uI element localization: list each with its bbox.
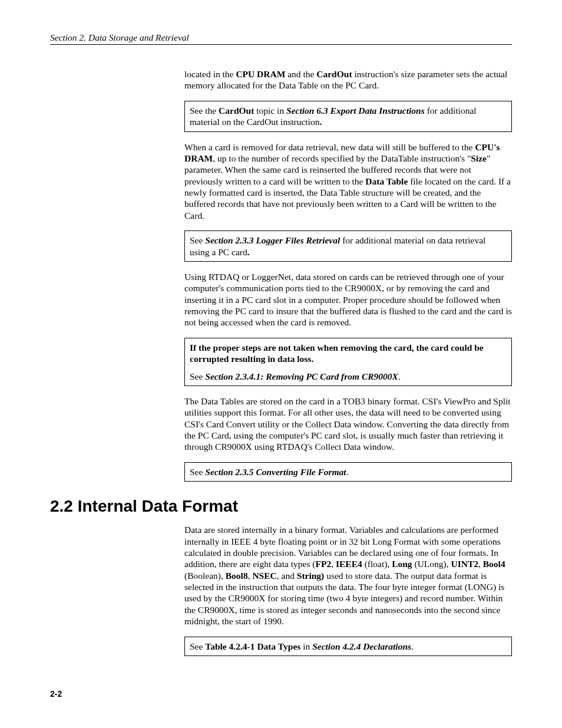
term-bool4: Bool4 [483, 559, 505, 569]
note-text: See Section 2.3.4.1: Removing PC Card fr… [190, 371, 507, 382]
text: . [398, 371, 401, 381]
warning-bold: If the proper steps are not taken when r… [190, 342, 484, 364]
paragraph-card-removed: When a card is removed for data retrieva… [184, 141, 512, 222]
running-header: Section 2. Data Storage and Retrieval [50, 32, 512, 45]
note-box-warning: If the proper steps are not taken when r… [184, 338, 512, 386]
note-text: See Section 2.3.5 Converting File Format… [190, 466, 507, 477]
term-ieee4: IEEE4 [336, 559, 362, 569]
note-text: See Table 4.2.4-1 Data Types in Section … [190, 641, 507, 652]
warning-text: If the proper steps are not taken when r… [190, 342, 507, 365]
text: . [346, 467, 349, 477]
term-fp2: FP2 [316, 559, 332, 569]
note-box-cardout: See the CardOut topic in Section 6.3 Exp… [184, 101, 512, 132]
text: (Boolean), [184, 571, 226, 581]
body-content: located in the CPU DRAM and the CardOut … [184, 68, 512, 482]
text: See [190, 235, 205, 245]
heading-2-2: 2.2 Internal Data Format [50, 497, 512, 516]
page: Section 2. Data Storage and Retrieval lo… [0, 0, 562, 728]
text: When a card is removed for data retrieva… [184, 142, 475, 152]
xref-section-4-2-4: Section 4.2.4 Declarations [312, 641, 411, 651]
paragraph-tob3: The Data Tables are stored on the card i… [184, 396, 512, 453]
term-uint2: UINT2 [451, 559, 478, 569]
note-box-converting: See Section 2.3.5 Converting File Format… [184, 462, 512, 482]
text: in [300, 641, 312, 651]
text: , up to the number of records specified … [213, 153, 471, 163]
text: . [411, 641, 414, 651]
text: See the [190, 106, 219, 116]
term-data-table: Data Table [365, 176, 408, 186]
text: See [190, 641, 205, 651]
text: See [190, 371, 205, 381]
text: (ULong), [412, 559, 451, 569]
note-text: See the CardOut topic in Section 6.3 Exp… [190, 105, 507, 128]
note-text: See Section 2.3.3 Logger Files Retrieval… [190, 235, 507, 258]
text: , [331, 559, 336, 569]
term-nsec: NSEC [252, 571, 276, 581]
text: , [478, 559, 483, 569]
term-size: Size [471, 153, 487, 163]
text: , and [277, 571, 297, 581]
period-bold: . [247, 247, 250, 257]
text: and the [285, 69, 316, 79]
term-cpu-dram: CPU DRAM [236, 69, 285, 79]
note-box-data-types: See Table 4.2.4-1 Data Types in Section … [184, 637, 512, 656]
note-box-logger-files: See Section 2.3.3 Logger Files Retrieval… [184, 230, 512, 262]
paragraph-rtdaq: Using RTDAQ or LoggerNet, data stored on… [184, 271, 512, 328]
paragraph-intro: located in the CPU DRAM and the CardOut … [184, 68, 512, 91]
xref-section-6-3: Section 6.3 Export Data Instructions [286, 106, 425, 116]
term-cardout: CardOut [219, 106, 254, 116]
body-content-2: Data are stored internally in a binary f… [184, 524, 512, 656]
xref-section-2-3-4-1: Section 2.3.4.1: Removing PC Card from C… [205, 371, 398, 381]
text: See [190, 467, 205, 477]
xref-section-2-3-5: Section 2.3.5 Converting File Format [205, 467, 346, 477]
page-number: 2-2 [50, 689, 62, 699]
term-string: String) [297, 571, 325, 581]
xref-section-2-3-3: Section 2.3.3 Logger Files Retrieval [205, 235, 340, 245]
text: topic in [254, 106, 286, 116]
paragraph-internal-format: Data are stored internally in a binary f… [184, 524, 512, 627]
term-cardout: CardOut [316, 69, 352, 79]
term-long: Long [392, 559, 412, 569]
text: (float), [362, 559, 392, 569]
term-bool8: Bool8 [226, 571, 248, 581]
period-bold: . [319, 117, 322, 127]
xref-table-4-2-4-1: Table 4.2.4-1 Data Types [205, 641, 300, 651]
text: located in the [184, 69, 236, 79]
